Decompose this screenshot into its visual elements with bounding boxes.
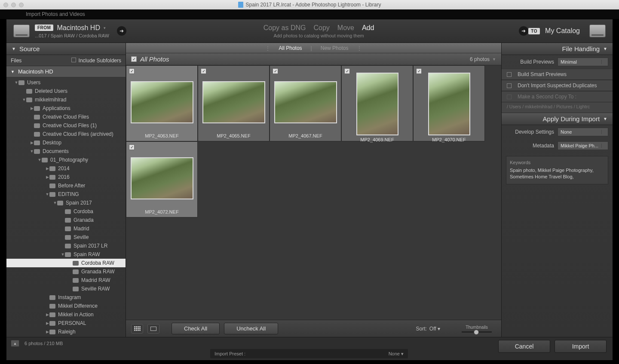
folder-applications[interactable]: ▶Applications xyxy=(6,104,126,113)
drive-icon xyxy=(13,24,30,37)
grid-view-button[interactable] xyxy=(131,324,143,333)
thumbnail-filename: MP2_4069.NEF xyxy=(342,137,413,142)
sort-dropdown[interactable]: Off ▾ xyxy=(429,326,440,332)
import-mode-copy[interactable]: Copy xyxy=(313,24,329,32)
from-source-button[interactable]: Macintosh HD xyxy=(57,24,100,32)
import-mode-copy-as-dng[interactable]: Copy as DNG xyxy=(264,24,306,32)
duplicates-checkbox[interactable]: Don't Import Suspected Duplicates xyxy=(502,80,613,91)
folder-mikkel-in-action[interactable]: ▶Mikkel in Action xyxy=(6,310,126,319)
import-dialog: FROM Macintosh HD ▾ ...017 / Spain RAW /… xyxy=(6,19,613,361)
tab-new-photos[interactable]: New Photos xyxy=(321,45,349,51)
file-handling-header[interactable]: File Handling▼ xyxy=(502,43,613,55)
apply-during-import-header[interactable]: Apply During Import▼ xyxy=(502,113,613,125)
thumbnail-image xyxy=(428,73,470,135)
uncheck-all-button[interactable]: Uncheck All xyxy=(224,323,278,334)
keywords-field[interactable]: Keywords Spain photo, Mikkel Paige Photo… xyxy=(506,156,608,184)
include-subfolders-checkbox[interactable]: Include Subfolders xyxy=(71,58,121,64)
folder-spain-raw[interactable]: ▼Spain RAW xyxy=(6,250,126,259)
build-previews-select[interactable]: Minimal xyxy=(558,58,608,66)
folder-editing[interactable]: ▼EDITING xyxy=(6,190,126,199)
drive-row[interactable]: ▼Macintosh HD xyxy=(6,66,126,77)
expand-button[interactable]: ▲ xyxy=(11,340,19,347)
thumbnail[interactable]: ✓MP2_4072.NEF xyxy=(126,141,198,217)
arrow-right-icon[interactable]: ➜ xyxy=(519,26,528,36)
files-label: Files xyxy=(11,58,21,64)
thumbnail-size-slider[interactable] xyxy=(462,331,492,333)
thumbnail[interactable]: ✓MP2_4065.NEF xyxy=(198,65,270,141)
select-all-checkbox[interactable]: ✓ xyxy=(131,56,137,62)
smart-previews-checkbox[interactable]: Build Smart Previews xyxy=(502,69,613,80)
chevron-down-icon: ▾ xyxy=(104,26,106,30)
folder-documents[interactable]: ▼Documents xyxy=(6,147,126,156)
thumbnail[interactable]: ✓MP2_4063.NEF xyxy=(126,65,198,141)
to-destination: My Catalog xyxy=(545,27,580,35)
folder-madrid[interactable]: Madrid xyxy=(6,224,126,233)
folder-spain-2017[interactable]: ▼Spain 2017 xyxy=(6,199,126,207)
folder-raleigh[interactable]: ▶Raleigh xyxy=(6,327,126,336)
thumbnail-checkbox[interactable]: ✓ xyxy=(129,144,135,150)
thumbnail-checkbox[interactable]: ✓ xyxy=(201,68,206,74)
grid-heading: All Photos xyxy=(140,55,169,63)
arrow-right-icon[interactable]: ➜ xyxy=(117,26,126,36)
source-panel-header[interactable]: ▼Source xyxy=(6,43,126,55)
thumbnail-filename: MP2_4067.NEF xyxy=(270,133,341,141)
bottom-bar: ▲ 6 photos / 210 MB Import Preset : None… xyxy=(6,337,613,360)
import-button[interactable]: Import xyxy=(555,340,607,353)
folder-deleted-users[interactable]: Deleted Users xyxy=(6,87,126,95)
tab-all-photos[interactable]: All Photos xyxy=(279,45,302,51)
folder-cordoba[interactable]: Cordoba xyxy=(6,207,126,216)
second-copy-checkbox[interactable]: Make a Second Copy To : xyxy=(502,91,613,102)
folder-spain-2017-lr[interactable]: Spain 2017 LR xyxy=(6,242,126,250)
import-header: FROM Macintosh HD ▾ ...017 / Spain RAW /… xyxy=(6,19,613,43)
metadata-label: Metadata xyxy=(533,143,554,149)
mode-description: Add photos to catalog without moving the… xyxy=(273,33,364,38)
window-title: Spain 2017 LR.lrcat - Adobe Photoshop Li… xyxy=(246,2,381,8)
traffic-lights[interactable] xyxy=(3,3,24,7)
develop-settings-select[interactable]: None xyxy=(558,128,608,136)
cancel-button[interactable]: Cancel xyxy=(498,340,550,353)
folder-creative-cloud-files[interactable]: Creative Cloud Files xyxy=(6,113,126,121)
thumbnail-filename: MP2_4072.NEF xyxy=(126,209,197,217)
thumbnail[interactable]: ✓MP2_4069.NEF xyxy=(341,65,413,141)
folder-creative-cloud-files-1-[interactable]: Creative Cloud Files (1) xyxy=(6,121,126,130)
folder-seville[interactable]: Seville xyxy=(6,233,126,242)
chevron-down-icon[interactable]: ▼ xyxy=(492,57,496,61)
thumbnail-checkbox[interactable]: ✓ xyxy=(344,68,350,74)
source-panel: ▼Source Files Include Subfolders ▼Macint… xyxy=(6,43,126,337)
import-mode-move[interactable]: Move xyxy=(337,24,354,32)
folder-mikkelmihlrad[interactable]: ▼mikkelmihlrad xyxy=(6,95,126,104)
settings-panel: File Handling▼ Build Previews Minimal Bu… xyxy=(502,43,613,337)
metadata-select[interactable]: Mikkel Paige Ph... xyxy=(558,141,608,150)
import-preset-select[interactable]: Import Preset : None ▾ xyxy=(210,349,408,358)
folder-before-after[interactable]: Before After xyxy=(6,181,126,190)
folder-seville-raw[interactable]: Seville RAW xyxy=(6,284,126,293)
thumbnail[interactable]: ✓MP2_4070.NEF xyxy=(413,65,485,141)
folder-granada[interactable]: Granada xyxy=(6,216,126,224)
folder-desktop[interactable]: ▶Desktop xyxy=(6,138,126,147)
thumbnail-checkbox[interactable]: ✓ xyxy=(273,68,278,74)
folder-creative-cloud-files-archived-[interactable]: Creative Cloud Files (archived) xyxy=(6,130,126,138)
build-previews-label: Build Previews xyxy=(520,59,554,65)
thumbnails-label: Thumbnails xyxy=(466,325,488,330)
folder-01-photography[interactable]: ▼01_Photography xyxy=(6,156,126,164)
loupe-view-button[interactable] xyxy=(147,324,159,333)
folder-mikkel-difference[interactable]: Mikkel Difference xyxy=(6,302,126,310)
thumbnail-checkbox[interactable]: ✓ xyxy=(129,68,135,74)
folder-granada-raw[interactable]: Granada RAW xyxy=(6,267,126,276)
thumbnail[interactable]: ✓MP2_4067.NEF xyxy=(270,65,341,141)
thumbnail-image xyxy=(356,73,398,135)
folder-2014[interactable]: ▶2014 xyxy=(6,164,126,173)
check-all-button[interactable]: Check All xyxy=(172,323,220,334)
keywords-text[interactable]: Spain photo, Mikkel Paige Photography, S… xyxy=(510,167,604,180)
import-mode-add[interactable]: Add xyxy=(362,24,374,32)
folder-cordoba-raw[interactable]: Cordoba RAW xyxy=(6,259,126,267)
folder-personal[interactable]: ▶PERSONAL xyxy=(6,319,126,327)
thumbnail-checkbox[interactable]: ✓ xyxy=(416,68,422,74)
from-badge: FROM xyxy=(35,24,53,31)
folder-instagram[interactable]: Instagram xyxy=(6,293,126,302)
thumbnail-image xyxy=(131,81,193,123)
folder-users[interactable]: ▼Users xyxy=(6,78,126,87)
thumbnail-filename: MP2_4070.NEF xyxy=(414,137,484,142)
folder-2016[interactable]: ▶2016 xyxy=(6,173,126,181)
folder-madrid-raw[interactable]: Madrid RAW xyxy=(6,276,126,284)
